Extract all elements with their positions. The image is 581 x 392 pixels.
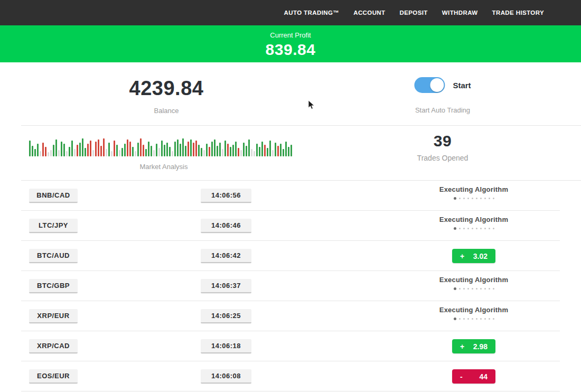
- progress-dot: [493, 318, 494, 320]
- market-bar: [114, 141, 115, 156]
- progress-dot: [484, 288, 486, 290]
- market-bar: [135, 151, 136, 156]
- progress-dot: [476, 288, 477, 290]
- auto-trading-caption: Start Auto Trading: [414, 106, 471, 114]
- market-bar: [145, 149, 147, 156]
- market-bar: [172, 151, 173, 156]
- trade-row: EOS/EUR14:06:08-44: [0, 361, 581, 391]
- pair-chip: LTC/JPY: [29, 219, 78, 233]
- balance-value: 4239.84: [129, 77, 204, 100]
- profit-badge: +2.98: [452, 339, 495, 353]
- progress-dot: [467, 288, 469, 290]
- nav-items: AUTO TRADING™ACCOUNTDEPOSITWITHDRAWTRADE…: [284, 10, 544, 16]
- progress-dot: [484, 198, 486, 199]
- market-bar: [79, 143, 81, 156]
- market-bar: [74, 149, 76, 156]
- market-bar: [232, 145, 234, 156]
- market-bar: [275, 143, 276, 156]
- market-bar: [190, 139, 192, 156]
- market-bar: [92, 150, 94, 156]
- executing-algorithm-label: Executing Algorithm: [421, 306, 527, 314]
- progress-dot: [480, 198, 482, 199]
- market-bar: [251, 149, 252, 156]
- market-bar: [45, 147, 46, 156]
- market-bar: [127, 139, 128, 156]
- market-bar: [148, 142, 149, 156]
- trade-row: LTC/JPY14:06:46Executing Algorithm: [0, 211, 581, 241]
- nav-item-account[interactable]: ACCOUNT: [353, 10, 385, 16]
- market-bar: [193, 143, 194, 156]
- progress-dot: [459, 198, 461, 199]
- trade-status: Executing Algorithm: [421, 185, 527, 200]
- start-toggle-label: Start: [453, 81, 471, 90]
- market-bar: [85, 148, 86, 156]
- progress-dot: [459, 318, 461, 320]
- market-bar: [77, 145, 78, 156]
- trade-row: XRP/EUR14:06:25Executing Algorithm: [0, 301, 581, 331]
- market-bar: [129, 142, 131, 156]
- market-bar: [243, 143, 245, 156]
- market-bar: [69, 147, 70, 156]
- pair-chip: BNB/CAD: [29, 189, 78, 203]
- progress-dot: [454, 227, 456, 230]
- market-bar: [151, 146, 152, 156]
- market-bar: [224, 141, 226, 156]
- market-bar: [108, 143, 110, 156]
- nav-item-auto-trading[interactable]: AUTO TRADING™: [284, 10, 340, 16]
- progress-dot: [459, 228, 461, 229]
- nav-item-deposit[interactable]: DEPOSIT: [400, 10, 428, 16]
- market-bar: [66, 151, 68, 156]
- toggle-row: Start: [414, 77, 471, 93]
- market-bar: [103, 138, 105, 156]
- executing-algorithm-label: Executing Algorithm: [421, 185, 527, 193]
- market-bar: [153, 150, 155, 156]
- market-bar: [177, 139, 179, 156]
- market-bar: [269, 141, 271, 156]
- market-bar: [169, 147, 171, 156]
- profit-badge: +3.02: [452, 249, 495, 263]
- badge-amount: 44: [479, 372, 488, 381]
- progress-dot: [480, 228, 482, 229]
- current-profit-label: Current Profit: [0, 30, 581, 40]
- current-profit-value: 839.84: [0, 40, 581, 59]
- progress-dot: [493, 198, 494, 199]
- market-bar: [111, 151, 113, 156]
- market-bar: [143, 145, 144, 156]
- market-bar: [58, 150, 60, 156]
- progress-dot: [476, 198, 477, 199]
- progress-dot: [472, 318, 473, 320]
- pair-chip: XRP/CAD: [29, 339, 78, 353]
- market-bar: [185, 146, 186, 156]
- market-bar: [61, 142, 62, 156]
- progress-dot: [484, 318, 486, 320]
- trade-status: -44: [421, 366, 527, 384]
- trade-status: +2.98: [421, 336, 527, 353]
- progress-dots: [421, 287, 527, 290]
- market-bar: [48, 152, 49, 156]
- market-bar: [238, 148, 239, 156]
- market-bar: [53, 145, 54, 156]
- nav-item-trade-history[interactable]: TRADE HISTORY: [492, 10, 545, 16]
- market-bar: [211, 142, 213, 156]
- time-chip: 14:06:56: [201, 189, 251, 203]
- pair-chip: XRP/EUR: [29, 309, 78, 323]
- progress-dot: [463, 318, 465, 320]
- market-bar: [40, 151, 41, 156]
- trade-status: Executing Algorithm: [421, 276, 527, 290]
- nav-item-withdraw[interactable]: WITHDRAW: [442, 10, 478, 16]
- progress-dot: [489, 288, 490, 290]
- start-auto-trading-toggle[interactable]: [414, 77, 445, 93]
- badge-sign: +: [460, 252, 464, 260]
- progress-dot: [454, 287, 456, 290]
- market-bar: [132, 147, 134, 156]
- time-chip: 14:06:37: [201, 279, 251, 293]
- market-bar: [201, 148, 202, 156]
- stats-row-balance: 4239.84 Balance Start Start Auto Trading: [0, 62, 581, 126]
- market-bar: [121, 148, 123, 156]
- trades-opened-block: 39 Trades Opened: [417, 132, 468, 162]
- market-bar: [55, 139, 57, 156]
- trades-opened-caption: Trades Opened: [417, 154, 468, 162]
- executing-algorithm-label: Executing Algorithm: [421, 276, 527, 284]
- profit-banner: Current Profit 839.84: [0, 25, 581, 62]
- market-bar: [203, 150, 205, 156]
